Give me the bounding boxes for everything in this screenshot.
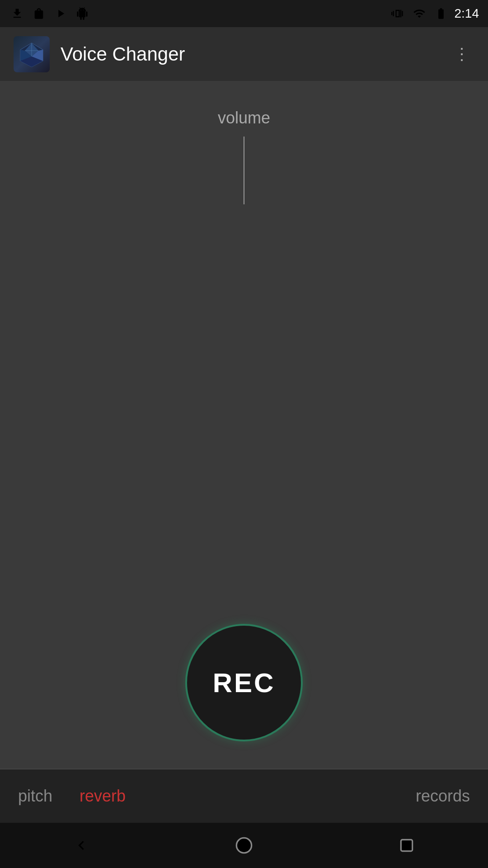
svg-point-7 — [236, 838, 251, 853]
status-icons-right: 2:14 — [389, 5, 479, 22]
back-button[interactable] — [68, 832, 95, 859]
rec-label: REC — [213, 667, 276, 698]
main-content: volume REC — [0, 81, 488, 769]
rec-area: REC — [185, 624, 303, 741]
status-bar: 2:14 — [0, 0, 488, 27]
system-nav-bar — [0, 823, 488, 868]
recents-button[interactable] — [393, 832, 420, 859]
app-title: Voice Changer — [61, 43, 449, 65]
shopping-bag-icon — [31, 5, 47, 22]
nav-item-reverb[interactable]: reverb — [80, 787, 126, 806]
play-icon — [52, 5, 69, 22]
app-bar: Voice Changer ⋮ — [0, 27, 488, 81]
volume-label: volume — [218, 108, 270, 127]
status-time: 2:14 — [455, 6, 479, 21]
vibrate-icon — [389, 5, 406, 22]
battery-icon — [433, 5, 449, 22]
download-icon — [9, 5, 25, 22]
home-button[interactable] — [230, 832, 258, 859]
signal-icon — [411, 5, 427, 22]
rec-button[interactable]: REC — [185, 624, 303, 741]
app-icon — [14, 36, 50, 72]
overflow-menu-button[interactable]: ⋮ — [449, 40, 474, 68]
bottom-nav: pitch reverb records — [0, 769, 488, 823]
volume-indicator-line — [244, 137, 244, 204]
svg-rect-8 — [401, 840, 412, 851]
status-icons-left — [9, 5, 90, 22]
android-icon — [74, 5, 90, 22]
nav-item-pitch[interactable]: pitch — [18, 787, 52, 806]
nav-item-records[interactable]: records — [416, 787, 470, 806]
